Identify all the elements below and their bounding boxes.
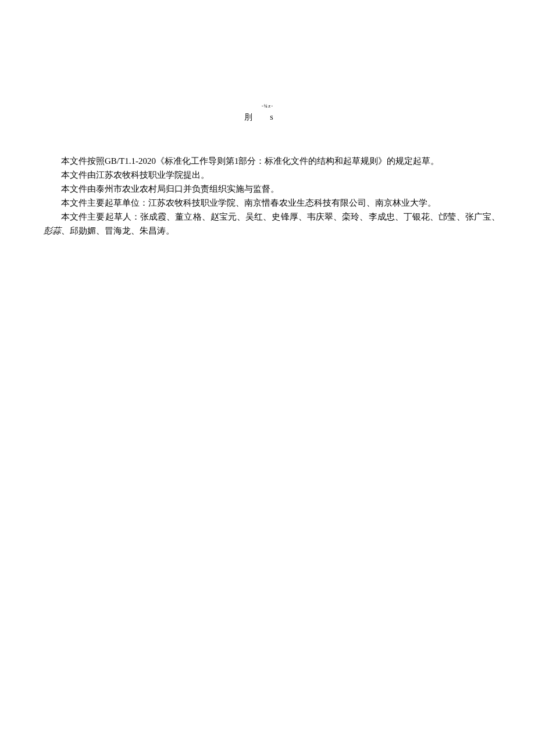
drafters-text-part1: 本文件主要起草人：张成霞、董立格、赵宝元、吴红、史锋厚、韦庆翠、栾玲、李成忠、丁… <box>61 212 500 221</box>
drafters-text-part2: 、邱勋媚、冒海龙、朱昌涛。 <box>61 226 174 235</box>
decoration-top-mark: -¾z- <box>0 102 535 110</box>
drafter-italic-name: 彭蒜 <box>44 226 61 235</box>
document-body: 本文件按照GB/T1.1-2020《标准化工作导则第1部分：标准化文件的结构和起… <box>44 154 500 238</box>
decoration-main: 刖s <box>0 111 535 124</box>
paragraph-drafting-units: 本文件主要起草单位：江苏农牧科技职业学院、南京惜春农业生态科技有限公司、南京林业… <box>44 196 500 210</box>
decoration-right-char: s <box>270 113 290 121</box>
decoration-left-char: 刖 <box>244 113 270 121</box>
header-decoration: -¾z- 刖s <box>0 102 535 124</box>
paragraph-proposer: 本文件由江苏农牧科技职业学院提出。 <box>44 168 500 182</box>
paragraph-drafting-standard: 本文件按照GB/T1.1-2020《标准化工作导则第1部分：标准化文件的结构和起… <box>44 154 500 168</box>
paragraph-jurisdiction: 本文件由泰州市农业农村局归口并负责组织实施与监督。 <box>44 182 500 196</box>
paragraph-drafters: 本文件主要起草人：张成霞、董立格、赵宝元、吴红、史锋厚、韦庆翠、栾玲、李成忠、丁… <box>44 210 500 238</box>
